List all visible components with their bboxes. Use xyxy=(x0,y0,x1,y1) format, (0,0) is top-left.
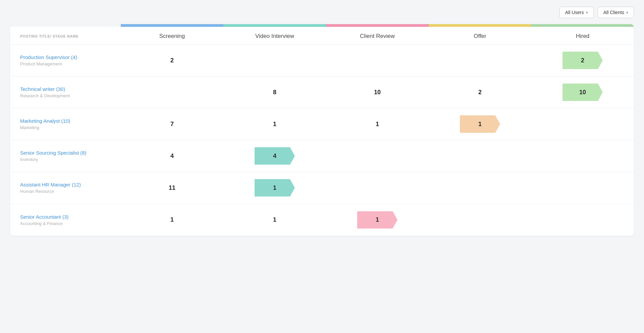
col-client-review: Client Review xyxy=(326,33,429,40)
job-department: Accounting & Finance xyxy=(20,221,114,226)
table-row: Production Supervisor (4)Product Managem… xyxy=(10,45,634,76)
cell-client-review: 1 xyxy=(326,211,429,229)
screening-value: 2 xyxy=(170,57,174,64)
bar-screening xyxy=(121,24,223,27)
cell-offer: 1 xyxy=(429,115,531,133)
client-review-badge[interactable]: 1 xyxy=(357,211,397,229)
offer-badge[interactable]: 1 xyxy=(460,115,500,133)
all-clients-label: All Clients xyxy=(603,10,624,15)
offer-value: 2 xyxy=(478,89,482,96)
video-interview-value: 1 xyxy=(273,121,276,128)
table-row: Marketing Analyst (10)Marketing7111 xyxy=(10,108,634,140)
hired-badge[interactable]: 2 xyxy=(562,52,603,69)
job-department: Human Resource xyxy=(20,189,114,194)
table-header: POSTING TITLE/ STAGE NAME Screening Vide… xyxy=(10,27,634,45)
page-container: All Users ▾ All Clients ▾ POSTING TITLE/… xyxy=(0,0,644,333)
job-title-link[interactable]: Senior Accountant (3) xyxy=(20,214,68,220)
job-cell: Assistant HR Manager (12)Human Resource xyxy=(10,176,121,200)
cell-hired: 10 xyxy=(531,84,634,101)
col-video-interview: Video Interview xyxy=(223,33,326,40)
cell-screening: 7 xyxy=(121,121,223,128)
cell-video-interview: 1 xyxy=(223,216,326,223)
bar-empty xyxy=(10,24,121,27)
job-cell: Senior Accountant (3)Accounting & Financ… xyxy=(10,208,121,232)
table-row: Senior Sourcing Specialist (8)Inventory4… xyxy=(10,140,634,172)
client-review-value: 10 xyxy=(374,89,381,96)
col-screening: Screening xyxy=(121,33,223,40)
table-body: Production Supervisor (4)Product Managem… xyxy=(10,45,634,236)
table-row: Technical writer (30)Research & Developm… xyxy=(10,76,634,108)
bar-hired xyxy=(531,24,634,27)
table-row: Assistant HR Manager (12)Human Resource1… xyxy=(10,172,634,204)
screening-value: 4 xyxy=(170,153,174,160)
video-interview-value: 1 xyxy=(273,216,276,223)
all-users-chevron-icon: ▾ xyxy=(586,10,588,15)
job-department: Marketing xyxy=(20,125,114,130)
job-cell: Technical writer (30)Research & Developm… xyxy=(10,80,121,104)
job-title-link[interactable]: Technical writer (30) xyxy=(20,86,65,92)
cell-screening: 11 xyxy=(121,184,223,191)
video-interview-badge[interactable]: 4 xyxy=(255,147,295,165)
stage-color-bar xyxy=(10,24,634,27)
job-department: Research & Development xyxy=(20,93,114,98)
bar-offer xyxy=(429,24,531,27)
all-users-dropdown[interactable]: All Users ▾ xyxy=(559,7,594,18)
col-hired: Hired xyxy=(531,33,634,40)
video-interview-badge[interactable]: 1 xyxy=(255,179,295,197)
all-users-label: All Users xyxy=(565,10,584,15)
bar-video-interview xyxy=(223,24,326,27)
hired-badge[interactable]: 10 xyxy=(562,84,603,101)
cell-client-review: 1 xyxy=(326,121,429,128)
job-cell: Production Supervisor (4)Product Managem… xyxy=(10,48,121,72)
job-department: Product Management xyxy=(20,61,114,66)
cell-video-interview: 1 xyxy=(223,121,326,128)
job-cell: Marketing Analyst (10)Marketing xyxy=(10,112,121,136)
cell-screening: 1 xyxy=(121,216,223,223)
table-row: Senior Accountant (3)Accounting & Financ… xyxy=(10,204,634,236)
cell-hired: 2 xyxy=(531,52,634,69)
cell-video-interview: 8 xyxy=(223,89,326,96)
col-offer: Offer xyxy=(429,33,531,40)
screening-value: 7 xyxy=(170,121,174,128)
pipeline-table: POSTING TITLE/ STAGE NAME Screening Vide… xyxy=(10,24,634,236)
bar-client-review xyxy=(326,24,429,27)
all-clients-dropdown[interactable]: All Clients ▾ xyxy=(598,7,634,18)
cell-offer: 2 xyxy=(429,89,531,96)
video-interview-value: 8 xyxy=(273,89,276,96)
job-title-link[interactable]: Senior Sourcing Specialist (8) xyxy=(20,150,87,156)
col-posting-title: POSTING TITLE/ STAGE NAME xyxy=(10,33,121,40)
cell-video-interview: 4 xyxy=(223,147,326,165)
job-title-link[interactable]: Assistant HR Manager (12) xyxy=(20,182,81,187)
job-department: Inventory xyxy=(20,157,114,162)
cell-screening: 4 xyxy=(121,153,223,160)
all-clients-chevron-icon: ▾ xyxy=(626,10,628,15)
job-title-link[interactable]: Production Supervisor (4) xyxy=(20,54,77,60)
screening-value: 11 xyxy=(169,184,175,191)
cell-client-review: 10 xyxy=(326,89,429,96)
job-cell: Senior Sourcing Specialist (8)Inventory xyxy=(10,144,121,168)
job-title-link[interactable]: Marketing Analyst (10) xyxy=(20,118,70,124)
top-bar: All Users ▾ All Clients ▾ xyxy=(10,7,634,18)
cell-video-interview: 1 xyxy=(223,179,326,197)
cell-screening: 2 xyxy=(121,57,223,64)
client-review-value: 1 xyxy=(376,121,379,128)
screening-value: 1 xyxy=(170,216,174,223)
